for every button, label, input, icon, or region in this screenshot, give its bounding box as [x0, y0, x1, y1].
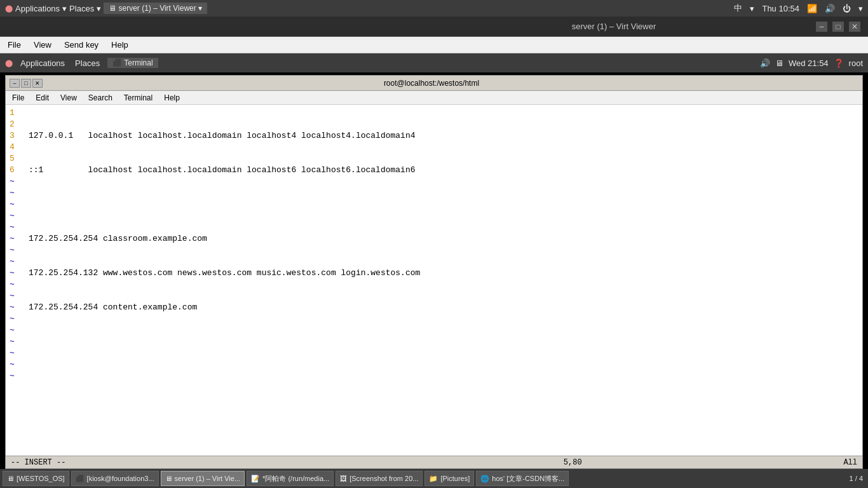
places-arrow: ▾ [97, 4, 101, 13]
line-num-2: 2 [10, 119, 22, 130]
applications-arrow: ▾ [62, 4, 67, 13]
tilde-12: ~ [10, 302, 22, 313]
tilde-2: ~ [10, 187, 22, 199]
tilde-11: ~ [10, 290, 22, 302]
host-task-pictures[interactable]: 📁 [Pictures] [424, 471, 474, 486]
terminal-menu-file[interactable]: File [10, 93, 27, 103]
guest-fedora-icon: ⬤ [5, 59, 13, 67]
tilde-8: ~ [10, 256, 22, 268]
host-task-pictures-icon: 📁 [429, 475, 438, 483]
guest-applications-menu[interactable]: Applications [18, 57, 67, 69]
places-label: Places [69, 4, 94, 13]
tilde-3: ~ [10, 199, 22, 210]
tilde-1: ~ [10, 176, 22, 187]
virt-minimize-button[interactable]: – [816, 22, 827, 32]
line-num-4: 4 [10, 142, 22, 153]
terminal-titlebar: – □ ✕ root@localhost:/westos/html [6, 76, 862, 91]
host-task-apachi-label: *阿帕奇 (/run/media... [262, 474, 329, 484]
virt-titlebar: server (1) – Virt Viewer – □ ✕ [0, 17, 868, 37]
guest-volume-icon: 🔊 [760, 58, 770, 68]
host-task-westos[interactable]: 🖥 [WESTOS_OS] [3, 471, 69, 486]
tilde-15: ~ [10, 336, 22, 348]
virt-viewer-window: server (1) – Virt Viewer – □ ✕ File View… [0, 17, 868, 488]
terminal-content[interactable]: 127.0.0.1 localhost localhost.localdomai… [29, 107, 858, 453]
terminal-maximize-button[interactable]: □ [21, 79, 31, 88]
guest-user-label: root [849, 58, 863, 68]
terminal-menu-terminal[interactable]: Terminal [121, 93, 155, 103]
line-numbers: 1 2 3 4 5 6 ~ ~ ~ ~ ~ ~ ~ ~ ~ [10, 107, 29, 453]
host-topbar-left: ⬤ Applications ▾ Places ▾ 🖥 server (1) –… [5, 3, 207, 14]
host-task-westos-label: [WESTOS_OS] [17, 475, 65, 482]
host-task-kiosk-label: [kiosk@foundation3... [87, 475, 154, 482]
virt-close-button[interactable]: ✕ [849, 22, 860, 32]
tilde-13: ~ [10, 313, 22, 325]
terminal-minimize-button[interactable]: – [10, 79, 20, 88]
tilde-7: ~ [10, 245, 22, 256]
guest-clock: Wed 21:54 [789, 58, 829, 68]
host-topbar: ⬤ Applications ▾ Places ▾ 🖥 server (1) –… [0, 0, 868, 17]
fedora-icon: ⬤ [5, 4, 13, 13]
vim-mode-indicator: -- INSERT -- [11, 458, 65, 467]
terminal-menu-help[interactable]: Help [161, 93, 182, 103]
virt-menubar: File View Send key Help [0, 37, 868, 53]
virt-menu-file[interactable]: File [5, 39, 24, 51]
terminal-menu-edit[interactable]: Edit [33, 93, 51, 103]
virt-window-title: server (1) – Virt Viewer [412, 22, 816, 31]
scroll-position: All [843, 458, 857, 467]
tilde-16: ~ [10, 348, 22, 359]
line-num-5: 5 [10, 153, 22, 165]
host-task-virt[interactable]: 🖥 server (1) – Virt Vie... [161, 471, 245, 486]
tilde-5: ~ [10, 222, 22, 233]
tilde-10: ~ [10, 279, 22, 290]
guest-terminal-icon: ⬛ [112, 58, 122, 67]
host-workspace-indicator: 1 / 4 [850, 475, 863, 482]
virt-menu-view[interactable]: View [31, 39, 54, 51]
host-topbar-right: 中 ▾ Thu 10:54 📶 🔊 ⏻ ▾ [734, 3, 863, 14]
tilde-4: ~ [10, 210, 22, 222]
guest-places-menu[interactable]: Places [72, 57, 102, 69]
guest-terminal-taskbar[interactable]: ⬛ Terminal [107, 58, 158, 68]
host-places-menu[interactable]: Places ▾ [69, 4, 101, 13]
host-task-csdn-label: hos' [文章-CSDN博客... [492, 474, 564, 484]
host-task-westos-icon: 🖥 [7, 475, 14, 482]
host-task-csdn[interactable]: 🌐 hos' [文章-CSDN博客... [476, 471, 569, 486]
tilde-9: ~ [10, 268, 22, 279]
virt-menu-help[interactable]: Help [109, 39, 131, 51]
terminal-menu-view[interactable]: View [58, 93, 79, 103]
host-virtviewer-taskbar[interactable]: 🖥 server (1) – Virt Viewer ▾ [104, 3, 207, 14]
power-arrow: ▾ [858, 4, 863, 13]
guest-topbar: ⬤ Applications Places ⬛ Terminal 🔊 🖥 Wed… [0, 53, 868, 72]
content-line-4: 172.25.254.254 classroom.example.com [29, 233, 858, 245]
virt-window-controls: – □ ✕ [816, 22, 860, 32]
content-line-3 [29, 199, 858, 210]
host-applications-menu[interactable]: ⬤ Applications ▾ [5, 4, 67, 13]
power-icon[interactable]: ⏻ [843, 4, 851, 13]
line-num-6: 6 [10, 165, 22, 176]
terminal-container: – □ ✕ root@localhost:/westos/html File E… [0, 72, 868, 488]
tilde-17: ~ [10, 359, 22, 370]
host-task-apachi[interactable]: 📝 *阿帕奇 (/run/media... [247, 471, 334, 486]
terminal-title: root@localhost:/westos/html [43, 79, 820, 88]
host-task-apachi-icon: 📝 [251, 475, 260, 483]
virt-maximize-button[interactable]: □ [832, 22, 844, 32]
guest-terminal-label: Terminal [124, 58, 153, 67]
tilde-6: ~ [10, 233, 22, 245]
applications-label: Applications [15, 4, 60, 13]
line-num-3: 3 [10, 130, 22, 142]
guest-topbar-right: 🔊 🖥 Wed 21:54 ❓ root [760, 58, 863, 68]
host-task-kiosk-icon: ⬛ [76, 475, 85, 483]
terminal-body[interactable]: 1 2 3 4 5 6 ~ ~ ~ ~ ~ ~ ~ ~ ~ [6, 105, 862, 456]
wifi-icon: 📶 [807, 4, 817, 13]
host-task-screenshot[interactable]: 🖼 [Screenshot from 20... [336, 471, 423, 486]
tilde-18: ~ [10, 370, 22, 382]
guest-area: ⬤ Applications Places ⬛ Terminal 🔊 🖥 Wed… [0, 53, 868, 488]
monitor-icon: 🖥 [109, 4, 116, 13]
input-method[interactable]: 中 [734, 3, 742, 14]
terminal-statusbar: -- INSERT -- 5,80 All [6, 456, 862, 468]
terminal-close-button[interactable]: ✕ [32, 79, 43, 88]
terminal-menu-search[interactable]: Search [86, 93, 115, 103]
content-line-2: ::1 localhost localhost.localdomain loca… [29, 165, 858, 176]
virt-menu-sendkey[interactable]: Send key [62, 39, 101, 51]
host-task-kiosk[interactable]: ⬛ [kiosk@foundation3... [71, 471, 159, 486]
host-bottombar-right: 1 / 4 [850, 475, 865, 482]
